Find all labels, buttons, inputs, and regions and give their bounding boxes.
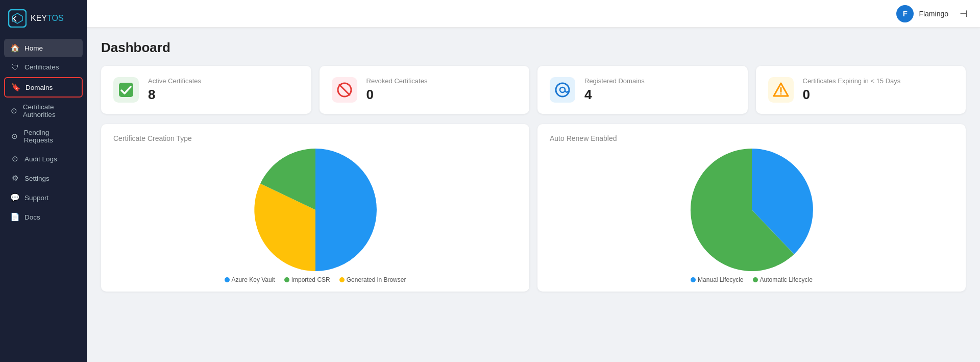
page-title: Dashboard	[101, 40, 966, 56]
logout-button[interactable]: ⊣	[960, 8, 968, 19]
chart-creation-area: Azure Key Vault Imported CSR Generated i…	[113, 149, 517, 283]
header: F Flamingo ⊣	[87, 0, 980, 28]
domains-label: Registered Domains	[584, 77, 645, 85]
dashboard: Dashboard Active Certificates 8	[87, 28, 980, 304]
creation-pie-chart	[254, 149, 377, 271]
revoked-cert-value: 0	[366, 87, 428, 103]
automatic-dot	[753, 277, 758, 282]
sidebar: K KEYTOS 🏠 Home 🛡 Certificates 🔖 Domains…	[0, 0, 87, 362]
chart-creation-type: Certificate Creation Type A	[101, 124, 529, 292]
sidebar-item-certificates[interactable]: 🛡 Certificates	[4, 58, 83, 76]
azure-dot	[225, 277, 230, 282]
sidebar-item-label: Pending Requests	[24, 129, 77, 144]
domains-icon-wrap	[550, 77, 575, 103]
pending-icon: ⊙	[10, 132, 19, 141]
sidebar-item-label: Support	[24, 194, 48, 202]
sidebar-item-label: Domains	[26, 84, 53, 91]
expiring-cert-info: Certificates Expiring in < 15 Days 0	[803, 77, 901, 103]
revoked-cert-info: Revoked Certificates 0	[366, 77, 428, 103]
domains-info: Registered Domains 4	[584, 77, 645, 103]
charts-row: Certificate Creation Type A	[101, 124, 966, 292]
expiring-cert-value: 0	[803, 87, 901, 103]
sidebar-item-label: Settings	[24, 175, 50, 182]
revoked-cert-label: Revoked Certificates	[366, 77, 428, 85]
avatar: F	[896, 5, 914, 22]
sidebar-item-label: Certificate Authorities	[23, 103, 77, 118]
support-icon: 💬	[10, 193, 19, 202]
check-icon	[118, 82, 134, 98]
autorenew-pie-chart	[691, 149, 813, 271]
chart-autorenew-title: Auto Renew Enabled	[550, 134, 953, 142]
sidebar-item-certificate-authorities[interactable]: ⊙ Certificate Authorities	[4, 99, 83, 123]
user-menu: F Flamingo ⊣	[896, 5, 968, 22]
audit-icon: ⊙	[10, 154, 19, 163]
svg-line-5	[339, 85, 350, 95]
stat-card-revoked-certificates: Revoked Certificates 0	[320, 66, 530, 114]
svg-point-7	[560, 87, 565, 92]
autorenew-legend: Manual Lifecycle Automatic Lifecycle	[691, 276, 813, 283]
browser-dot	[339, 277, 345, 282]
chart-creation-title: Certificate Creation Type	[113, 134, 517, 142]
svg-point-10	[780, 93, 781, 95]
stat-card-expiring-certificates: Certificates Expiring in < 15 Days 0	[756, 66, 966, 114]
svg-point-6	[556, 83, 569, 96]
logo-icon: K	[8, 9, 27, 28]
logo-text: KEYTOS	[31, 14, 64, 23]
sidebar-item-label: Home	[24, 44, 43, 52]
sidebar-item-label: Audit Logs	[24, 155, 57, 163]
active-cert-info: Active Certificates 8	[148, 77, 201, 103]
home-icon: 🏠	[10, 43, 19, 53]
legend-manual: Manual Lifecycle	[691, 276, 743, 283]
expiring-cert-icon-wrap	[768, 77, 794, 103]
manual-dot	[691, 277, 696, 282]
stat-card-registered-domains: Registered Domains 4	[537, 66, 748, 114]
user-name: Flamingo	[919, 10, 948, 18]
logo: K KEYTOS	[0, 0, 87, 35]
sidebar-nav: 🏠 Home 🛡 Certificates 🔖 Domains ⊙ Certif…	[0, 35, 87, 362]
chart-autorenew: Auto Renew Enabled Manual Lifecycle	[537, 124, 966, 292]
legend-browser: Generated in Browser	[339, 276, 406, 283]
imported-dot	[284, 277, 289, 282]
active-cert-label: Active Certificates	[148, 77, 201, 85]
bookmark-icon: 🔖	[11, 83, 20, 92]
sidebar-item-pending-requests[interactable]: ⊙ Pending Requests	[4, 124, 83, 149]
shield-icon: 🛡	[10, 63, 19, 71]
sidebar-item-audit-logs[interactable]: ⊙ Audit Logs	[4, 150, 83, 168]
domains-value: 4	[584, 87, 645, 103]
sidebar-item-label: Certificates	[24, 63, 59, 71]
docs-icon: 📄	[10, 212, 19, 222]
sidebar-item-home[interactable]: 🏠 Home	[4, 39, 83, 57]
main-content: F Flamingo ⊣ Dashboard Active Certificat…	[87, 0, 980, 362]
sidebar-item-docs[interactable]: 📄 Docs	[4, 208, 83, 226]
at-icon	[554, 82, 571, 98]
legend-imported: Imported CSR	[284, 276, 330, 283]
creation-legend: Azure Key Vault Imported CSR Generated i…	[225, 276, 406, 283]
ban-icon	[336, 82, 353, 98]
legend-automatic: Automatic Lifecycle	[753, 276, 813, 283]
sidebar-item-domains[interactable]: 🔖 Domains	[4, 77, 83, 98]
ca-icon: ⊙	[10, 106, 18, 115]
warning-icon	[773, 82, 789, 98]
legend-azure: Azure Key Vault	[225, 276, 275, 283]
active-cert-value: 8	[148, 87, 201, 103]
sidebar-item-settings[interactable]: ⚙ Settings	[4, 169, 83, 187]
stat-cards-row: Active Certificates 8 Revoked Certificat…	[101, 66, 966, 114]
active-cert-icon-wrap	[113, 77, 139, 103]
sidebar-item-support[interactable]: 💬 Support	[4, 188, 83, 207]
expiring-cert-label: Certificates Expiring in < 15 Days	[803, 77, 901, 85]
revoked-cert-icon-wrap	[332, 77, 357, 103]
chart-autorenew-area: Manual Lifecycle Automatic Lifecycle	[550, 149, 953, 283]
sidebar-item-label: Docs	[24, 213, 40, 221]
gear-icon: ⚙	[10, 174, 19, 183]
stat-card-active-certificates: Active Certificates 8	[101, 66, 311, 114]
